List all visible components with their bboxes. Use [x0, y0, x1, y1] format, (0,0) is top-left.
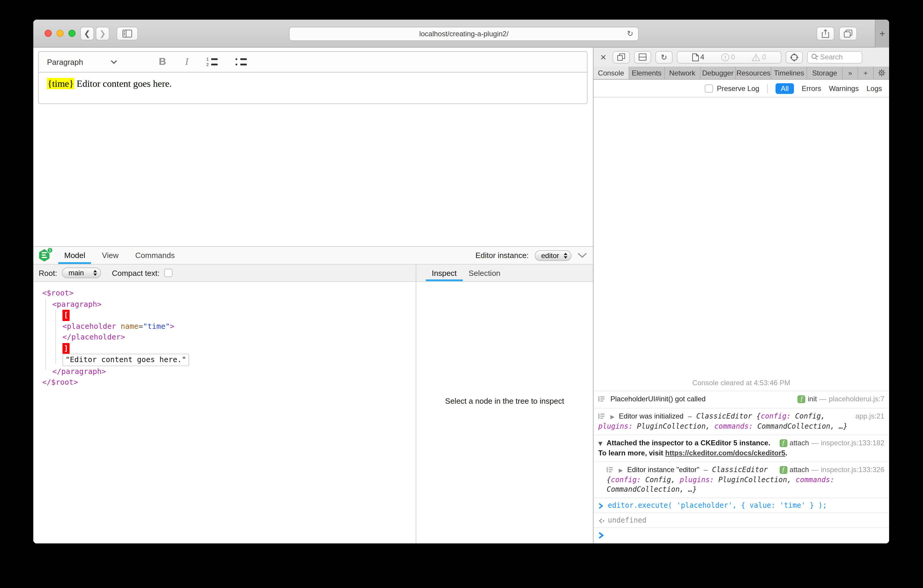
zoom-window-button[interactable] — [68, 30, 76, 37]
preserve-log-checkbox[interactable] — [705, 84, 713, 92]
tab-network[interactable]: Network — [665, 67, 700, 79]
back-button[interactable]: ❮ — [80, 26, 94, 40]
share-button[interactable] — [816, 26, 834, 40]
tab-inspect[interactable]: Inspect — [426, 264, 463, 281]
settings-button[interactable] — [874, 67, 889, 79]
node-inspect-pane: Select a node in the tree to inspect — [416, 282, 593, 544]
console-command-echo[interactable]: editor.execute( 'placeholder', { value: … — [593, 498, 889, 513]
reload-page-button[interactable]: ↻ — [655, 51, 673, 63]
source-location-link[interactable]: inspector.js:133:182 — [821, 438, 885, 448]
detach-devtools-button[interactable] — [613, 51, 630, 63]
expand-triangle-icon[interactable]: ▶ — [619, 467, 623, 473]
root-label: Root: — [39, 268, 57, 278]
tab-elements[interactable]: Elements — [629, 67, 665, 79]
model-controls: Root: main Compact text: — [33, 264, 416, 281]
tab-timelines[interactable]: Timelines — [772, 67, 807, 79]
editor-instance-select[interactable]: editor — [535, 250, 572, 261]
address-bar[interactable]: localhost/creating-a-plugin2/ ↻ — [289, 27, 639, 41]
document-count: 4 — [692, 53, 704, 61]
forward-icon: ❯ — [99, 29, 106, 38]
tree-text-node[interactable]: "Editor content goes here." — [42, 354, 416, 366]
expand-triangle-icon[interactable]: ▶ — [611, 414, 615, 420]
message-text: Editor was initialized — [619, 412, 683, 420]
tab-commands[interactable]: Commands — [129, 247, 181, 264]
page-content: Paragraph B I 1 — [33, 48, 889, 544]
tab-debugger[interactable]: Debugger — [700, 67, 736, 79]
editor-instance-label: Editor instance: — [475, 251, 529, 260]
compact-text-checkbox[interactable] — [164, 269, 173, 277]
numbered-list-button[interactable]: 1 2 — [206, 57, 218, 66]
tree-node-placeholder-open[interactable]: <placeholder name="time"> — [42, 321, 416, 332]
console-input[interactable] — [593, 528, 889, 544]
tree-node-root-close[interactable]: </$root> — [42, 377, 416, 388]
forward-button[interactable]: ❯ — [96, 26, 109, 40]
show-all-tabs-button[interactable] — [839, 26, 857, 40]
tree-node-paragraph-open[interactable]: <paragraph> — [42, 299, 416, 310]
tree-selection-start[interactable]: [ — [42, 310, 416, 321]
filter-errors-button[interactable]: Errors — [801, 84, 821, 92]
collapse-inspector-icon[interactable] — [578, 253, 587, 258]
preserve-log-control[interactable]: Preserve Log — [705, 84, 759, 92]
more-tabs-button[interactable]: » — [843, 67, 858, 79]
filter-logs-button[interactable]: Logs — [867, 84, 882, 92]
console-message[interactable]: app.js:21 ▶ Editor was initialized – Cla… — [593, 409, 889, 435]
inspector-header: 5 Model View Commands Editor instance: e… — [33, 247, 593, 264]
tab-resources[interactable]: Resources — [736, 67, 772, 79]
console-message[interactable]: f attach — inspector.js:133:182 ▼ Attach… — [593, 435, 889, 462]
ckeditor-inspector: 5 Model View Commands Editor instance: e… — [33, 246, 593, 544]
tree-selection-end[interactable]: ] — [42, 343, 416, 354]
editor-content[interactable]: {time}Editor content goes here. — [39, 72, 587, 103]
source-location-link[interactable]: inspector.js:133:326 — [821, 465, 885, 475]
tab-selection[interactable]: Selection — [463, 264, 506, 281]
bulleted-list-button[interactable] — [235, 57, 247, 66]
message-source: f attach — inspector.js:133:326 — [779, 465, 884, 475]
screen: ❮ ❯ localhost/creating-a-plugin2/ ↻ — [0, 0, 923, 588]
close-devtools-button[interactable]: ✕ — [598, 53, 608, 62]
tree-node-placeholder-close[interactable]: </placeholder> — [42, 332, 416, 343]
sidebar-toggle-button[interactable] — [117, 26, 138, 40]
numbered-list-icon: 1 2 — [206, 57, 218, 66]
add-tab-button[interactable]: + — [858, 67, 874, 79]
element-picker-button[interactable] — [786, 51, 803, 63]
search-field[interactable] — [807, 51, 862, 63]
function-badge-icon: f — [779, 466, 787, 473]
italic-button[interactable]: I — [185, 56, 189, 68]
collapse-triangle-icon[interactable]: ▼ — [598, 440, 603, 447]
close-window-button[interactable] — [44, 30, 52, 37]
dock-devtools-button[interactable] — [634, 51, 651, 63]
tab-view[interactable]: View — [96, 247, 125, 264]
paragraph-dropdown[interactable]: Paragraph — [47, 57, 143, 66]
ckeditor-docs-link[interactable]: https://ckeditor.com/docs/ckeditor5 — [665, 449, 785, 457]
new-tab-button[interactable]: + — [875, 20, 889, 48]
resource-summary-bar[interactable]: 4 0 0 — [677, 51, 782, 63]
result-arrow-icon — [598, 517, 605, 526]
editor-instance-value: editor — [541, 251, 559, 260]
tree-node-paragraph-close[interactable]: </paragraph> — [42, 366, 416, 377]
placeholder-widget[interactable]: {time} — [47, 78, 74, 89]
root-select[interactable]: main — [62, 268, 101, 278]
compact-text-label: Compact text: — [112, 268, 159, 278]
message-source: app.js:21 — [856, 411, 884, 421]
source-location-link[interactable]: placeholderui.js:7 — [829, 394, 884, 404]
source-location-link[interactable]: app.js:21 — [856, 411, 884, 421]
tab-storage[interactable]: Storage — [807, 67, 843, 79]
search-input[interactable] — [820, 53, 853, 61]
tab-console[interactable]: Console — [593, 67, 629, 79]
browser-toolbar: ❮ ❯ localhost/creating-a-plugin2/ ↻ — [33, 20, 889, 48]
console-message[interactable]: f attach — inspector.js:133:326 ▶ Editor… — [593, 462, 889, 498]
crosshair-icon — [790, 53, 799, 62]
browser-window: ❮ ❯ localhost/creating-a-plugin2/ ↻ — [33, 20, 889, 544]
tab-model[interactable]: Model — [58, 247, 91, 264]
console-log: Console cleared at 4:53:46 PM f init — p… — [593, 97, 889, 544]
filter-all-button[interactable]: All — [775, 83, 794, 94]
bold-button[interactable]: B — [159, 56, 166, 68]
console-message[interactable]: f init — placeholderui.js:7 PlaceholderU… — [593, 391, 889, 409]
reload-icon[interactable]: ↻ — [627, 29, 633, 38]
plus-icon: + — [880, 28, 885, 39]
tree-node-root-open[interactable]: <$root> — [42, 288, 416, 299]
reload-icon: ↻ — [661, 53, 667, 62]
filter-warnings-button[interactable]: Warnings — [829, 84, 859, 92]
minimize-window-button[interactable] — [56, 30, 64, 37]
function-badge-icon: f — [779, 439, 787, 447]
document-icon — [692, 53, 698, 61]
